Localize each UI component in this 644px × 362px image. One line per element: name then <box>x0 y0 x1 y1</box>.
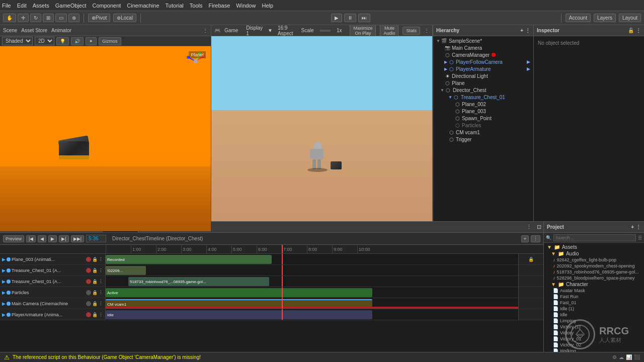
tl-play-btn[interactable]: ▶ <box>48 235 57 242</box>
hier-plane[interactable]: ⬡ Plane <box>434 79 532 86</box>
proj-audio-file-3[interactable]: ♪ 518733_robinhood76_08935-game-gol... <box>545 269 643 275</box>
layers-button[interactable]: Layers <box>594 14 616 22</box>
game-menu-btn[interactable]: ⋮ <box>424 28 429 33</box>
tl-add-btn[interactable]: + <box>521 235 529 242</box>
track-expand-btn[interactable]: ▶ <box>2 301 6 306</box>
audio-btn[interactable]: 🔊 <box>71 37 84 45</box>
timeline-resize-btn[interactable]: ⊡ <box>535 224 543 230</box>
hier-player-follow-camera[interactable]: ▶ ⬡ PlayerFollowCamera ▶ <box>434 58 532 65</box>
scene-menu-btn[interactable]: ⋮ <box>203 28 208 33</box>
rotate-tool[interactable]: ↻ <box>30 14 41 22</box>
inspector-menu-btn[interactable]: ⋮ <box>636 28 641 33</box>
hier-arrow[interactable]: ▼ <box>436 39 440 43</box>
track-lock-btn[interactable]: 🔒 <box>92 312 98 317</box>
fx-btn[interactable]: ✦ <box>86 37 97 45</box>
hier-arrow[interactable]: ▶ <box>444 67 447 71</box>
hand-tool[interactable]: ✋ <box>3 14 16 22</box>
track-content-treasure-01a[interactable]: !02209... <box>106 265 518 276</box>
track-menu-btn[interactable]: ⋮ <box>99 312 103 317</box>
hier-main-camera[interactable]: 📷 Main Camera <box>434 44 532 51</box>
track-lock-btn[interactable]: 🔒 <box>92 279 98 284</box>
proj-assets-folder[interactable]: ▼ 📁 Assets <box>545 244 643 250</box>
track-lock-btn[interactable]: 🔒 <box>92 257 98 262</box>
open-prefab-btn[interactable]: ▶ <box>527 59 530 64</box>
track-expand-btn[interactable]: ▶ <box>2 268 6 273</box>
track-lock-btn[interactable]: 🔒 <box>92 301 98 306</box>
mute-btn[interactable]: Mute Audio <box>380 25 398 37</box>
gizmos-btn[interactable]: Gizmos <box>99 37 121 45</box>
animator-tab[interactable]: Animator <box>51 28 71 33</box>
move-tool[interactable]: ✛ <box>18 14 29 22</box>
menu-cinemachine[interactable]: Cinemachine <box>127 3 159 9</box>
track-lock-btn[interactable]: 🔒 <box>92 268 98 273</box>
menu-firebase[interactable]: Firebase <box>209 3 230 9</box>
track-content-main-camera[interactable]: CM vcam1 <box>106 298 518 309</box>
menu-tools[interactable]: Tools <box>190 3 203 9</box>
project-search-input[interactable] <box>553 234 636 241</box>
tl-end-btn[interactable]: ▶▶| <box>71 235 84 242</box>
track-expand-btn[interactable]: ▶ <box>2 257 6 262</box>
project-add-btn[interactable]: + <box>631 224 634 230</box>
maximize-btn[interactable]: Maximize On Play <box>350 25 376 37</box>
proj-victory-01[interactable]: 📄 Victory_01 <box>545 336 643 342</box>
rect-tool[interactable]: ▭ <box>55 14 67 22</box>
hier-sample-scene[interactable]: ▼ 🎬 SampleScene* <box>434 37 532 44</box>
proj-victory[interactable]: 📄 Victory <box>545 330 643 336</box>
track-expand-btn[interactable]: ▶ <box>2 279 6 284</box>
proj-idle[interactable]: 📄 Idle <box>545 312 643 318</box>
proj-idle-1[interactable]: 📄 Idle (1) <box>545 306 643 312</box>
track-menu-btn[interactable]: ⋮ <box>99 279 103 284</box>
hier-plane-002[interactable]: ⬡ Plane_002 <box>434 101 532 108</box>
timeline-menu-btn[interactable]: ⋮ <box>523 224 535 230</box>
asset-store-tab[interactable]: Asset Store <box>21 28 47 33</box>
menu-edit[interactable]: Edit <box>17 3 27 9</box>
proj-audio-folder[interactable]: ▼ 📁 Audio <box>545 250 643 257</box>
proj-avatar-mask[interactable]: 📄 Avatar Mask <box>545 288 643 294</box>
layout-button[interactable]: Layout <box>619 14 641 22</box>
step-button[interactable]: ⏭ <box>358 14 370 22</box>
hier-directional-light[interactable]: ☀ Directional Light <box>434 72 532 79</box>
tl-preview-btn[interactable]: Preview <box>3 235 24 242</box>
track-content-particles[interactable]: Active <box>106 287 518 298</box>
track-content-plane-003[interactable]: Recorded <box>106 254 518 264</box>
local-button[interactable]: ⊕Local <box>113 14 136 22</box>
hier-trigger[interactable]: ⬡ Trigger <box>434 136 532 143</box>
track-record-btn[interactable] <box>86 268 91 273</box>
aspect-label[interactable]: 16:9 Aspect <box>278 25 293 36</box>
hier-treasure-chest[interactable]: ▼ ⬡ Treasure_Chest_01 <box>434 94 532 101</box>
hier-player-armature[interactable]: ▶ ⬡ PlayerArmature ▶ <box>434 65 532 72</box>
scale-slider[interactable] <box>320 30 331 32</box>
scale-tool[interactable]: ⊞ <box>43 14 54 22</box>
render-mode-dropdown[interactable]: 2D <box>35 37 54 45</box>
menu-help[interactable]: Help <box>262 3 273 9</box>
pause-button[interactable]: ⏸ <box>344 14 356 22</box>
tl-menu-btn[interactable]: ⋮ <box>531 235 540 242</box>
hier-arrow[interactable]: ▶ <box>444 60 447 64</box>
hier-arrow[interactable]: ▼ <box>440 88 444 93</box>
stats-btn[interactable]: Stats <box>403 27 420 35</box>
account-button[interactable]: Account <box>566 14 591 22</box>
proj-limping[interactable]: 📄 Limping <box>545 318 643 324</box>
scene-view[interactable]: Planet <box>0 46 211 231</box>
track-record-btn[interactable] <box>86 290 91 295</box>
transform-tool[interactable]: ⊕ <box>68 14 79 22</box>
proj-audio-file-4[interactable]: ♪ 528296_bloodpixelhero_space-journey <box>545 275 643 281</box>
menu-file[interactable]: File <box>2 3 11 9</box>
hierarchy-add-btn[interactable]: + <box>520 28 523 33</box>
track-lock-btn[interactable]: 🔒 <box>92 290 98 295</box>
proj-victory-02[interactable]: 📄 Victory_02 <box>545 342 643 348</box>
play-button[interactable]: ▶ <box>331 14 342 22</box>
lights-btn[interactable]: 💡 <box>56 37 69 45</box>
game-view[interactable]: Protect <box>211 36 432 221</box>
menu-gameobject[interactable]: GameObject <box>55 3 87 9</box>
track-record-btn[interactable] <box>86 301 91 306</box>
hier-spawn-point[interactable]: ⬡ Spawn_Point <box>434 115 532 122</box>
hier-arrow[interactable]: ▼ <box>448 95 452 100</box>
hier-particles[interactable]: ⬡ Particles <box>434 122 532 129</box>
tl-next-btn[interactable]: ▶| <box>59 235 68 242</box>
open-prefab-btn[interactable]: ▶ <box>527 66 530 71</box>
menu-component[interactable]: Component <box>92 3 121 9</box>
hier-director-chest[interactable]: ▼ ⬡ Director_Chest <box>434 86 532 94</box>
proj-character-folder[interactable]: ▼ 📁 Character <box>545 281 643 288</box>
filter-icon[interactable]: ☰ <box>638 235 642 240</box>
